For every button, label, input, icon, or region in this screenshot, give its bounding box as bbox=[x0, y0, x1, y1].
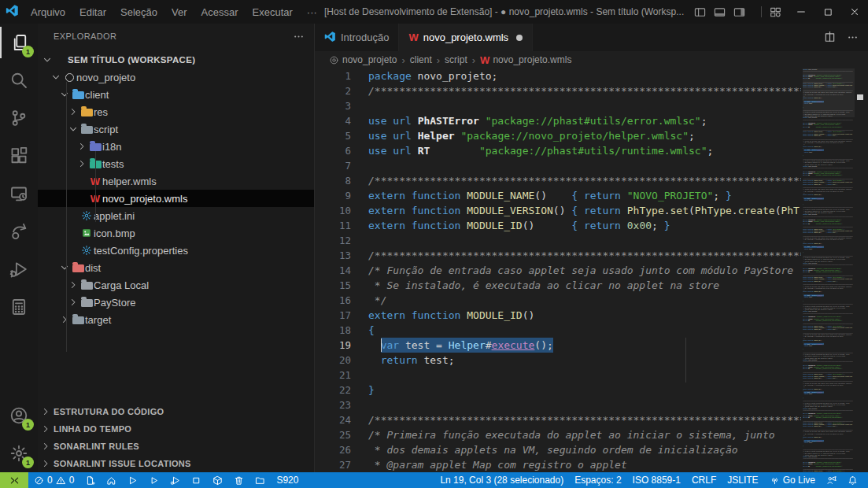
activity-search[interactable] bbox=[0, 61, 38, 99]
status-cursor-position[interactable]: Ln 19, Col 3 (28 selecionado) bbox=[434, 472, 569, 488]
line-number[interactable]: 12 bbox=[315, 233, 351, 248]
breadcrumb-item-client[interactable]: client bbox=[410, 54, 432, 65]
line-number[interactable]: 20 bbox=[315, 353, 351, 368]
line-number[interactable]: 5 bbox=[315, 128, 351, 143]
overview-ruler[interactable] bbox=[855, 68, 868, 472]
tree-item-novo-projeto[interactable]: novo_projeto bbox=[38, 68, 315, 86]
tree-item-dist[interactable]: dist bbox=[38, 259, 315, 276]
dirty-indicator[interactable] bbox=[516, 35, 523, 41]
breadcrumb-item-novo-projeto-wmls[interactable]: Wnovo_projeto.wmls bbox=[480, 54, 571, 66]
code-line[interactable]: 4use url PhASTError "package://phast#uti… bbox=[315, 113, 801, 128]
status-notifications[interactable] bbox=[842, 472, 863, 488]
code-line[interactable]: 8/**************************************… bbox=[315, 173, 801, 188]
line-number[interactable]: 24 bbox=[315, 412, 351, 427]
customize-layout-icon[interactable] bbox=[770, 6, 781, 18]
status-language-mode[interactable]: JSLITE bbox=[722, 472, 763, 488]
line-number[interactable]: 8 bbox=[315, 173, 351, 188]
status-folder[interactable] bbox=[249, 472, 271, 488]
tree-item-helper-wmls[interactable]: W helper.wmls bbox=[38, 172, 315, 190]
code-line[interactable]: 3 bbox=[315, 98, 801, 113]
minimap-slider[interactable] bbox=[803, 68, 855, 117]
section-sonarlint-rules[interactable]: SONARLINT RULES bbox=[38, 438, 315, 455]
explorer-more-actions-icon[interactable] bbox=[293, 31, 305, 43]
toggle-panel-icon[interactable] bbox=[714, 6, 726, 18]
status-feedback[interactable] bbox=[821, 472, 842, 488]
tree-item-carga-local[interactable]: Carga Local bbox=[38, 276, 315, 294]
tree-item-sem-t-tulo-workspace-[interactable]: SEM TÍTULO (WORKSPACE) bbox=[38, 51, 315, 68]
minimize-button[interactable] bbox=[788, 0, 814, 24]
line-number[interactable]: 21 bbox=[315, 368, 351, 383]
code-line[interactable]: 12 bbox=[315, 233, 801, 248]
line-number[interactable]: 23 bbox=[315, 397, 351, 412]
menu-[interactable]: ··· bbox=[300, 0, 324, 24]
tree-item-tests[interactable]: tests bbox=[38, 155, 315, 172]
section-linha-do-tempo[interactable]: LINHA DO TEMPO bbox=[38, 420, 315, 438]
activity-remote-explorer[interactable] bbox=[0, 175, 38, 213]
status-go-live[interactable]: Go Live bbox=[764, 472, 821, 488]
status-remote-indicator[interactable] bbox=[0, 472, 28, 488]
code-line[interactable]: 2/**************************************… bbox=[315, 83, 801, 98]
code-line[interactable]: 16 */ bbox=[315, 293, 801, 308]
tree-item-target[interactable]: target bbox=[38, 311, 315, 328]
line-number[interactable]: 11 bbox=[315, 218, 351, 233]
toggle-sidebar-icon[interactable] bbox=[694, 6, 706, 18]
code-line[interactable]: 13/*************************************… bbox=[315, 248, 801, 263]
line-number[interactable]: 25 bbox=[315, 427, 351, 442]
code-line[interactable]: 10extern function MODULE_VERSION() { ret… bbox=[315, 203, 801, 218]
menu-ver[interactable]: Ver bbox=[164, 0, 194, 24]
line-number[interactable]: 19 bbox=[315, 338, 351, 353]
code-line[interactable]: 24/*************************************… bbox=[315, 412, 801, 427]
code-line[interactable]: 9extern function MODULE_NAME() { return … bbox=[315, 188, 801, 203]
activity-accounts[interactable]: 1 bbox=[0, 397, 38, 434]
status-eol[interactable]: CRLF bbox=[686, 472, 722, 488]
status-play[interactable] bbox=[143, 472, 164, 488]
minimap[interactable]: 1package novo_projeto;2/****************… bbox=[803, 68, 855, 472]
activity-explorer[interactable]: 1 bbox=[0, 24, 38, 61]
activity-settings[interactable]: 1 bbox=[0, 434, 38, 472]
status-home[interactable] bbox=[101, 472, 122, 488]
tree-item-applet-ini[interactable]: applet.ini bbox=[38, 207, 315, 224]
tree-item-paystore[interactable]: PayStore bbox=[38, 294, 315, 311]
tree-item-i18n[interactable]: i18n bbox=[38, 138, 315, 155]
activity-run-debug-tool[interactable] bbox=[0, 250, 38, 288]
code-line[interactable]: 26 * dos demais applets na VM, seguindo … bbox=[315, 442, 801, 457]
code-line[interactable]: 23 bbox=[315, 397, 801, 412]
status-encoding[interactable]: ISO 8859-1 bbox=[627, 472, 686, 488]
menu-editar[interactable]: Editar bbox=[72, 0, 113, 24]
status-run[interactable] bbox=[122, 472, 143, 488]
tab-introdu-o[interactable]: Introdução bbox=[315, 24, 399, 51]
tree-item-testconfig-properties[interactable]: testConfig.properties bbox=[38, 242, 315, 259]
status-package[interactable] bbox=[207, 472, 228, 488]
status-device[interactable]: S920 bbox=[271, 472, 304, 488]
line-number[interactable]: 9 bbox=[315, 188, 351, 203]
breadcrumb-item-novo-projeto[interactable]: novo_projeto bbox=[329, 54, 397, 65]
status-new-file[interactable] bbox=[79, 472, 101, 488]
line-number[interactable]: 1 bbox=[315, 68, 351, 83]
status-debug[interactable] bbox=[164, 472, 186, 488]
code-line[interactable]: 1package novo_projeto; bbox=[315, 68, 801, 83]
line-number[interactable]: 10 bbox=[315, 203, 351, 218]
code-line[interactable]: 20 return test; bbox=[315, 353, 801, 368]
line-number[interactable]: 3 bbox=[315, 98, 351, 113]
code-line[interactable]: 5use url Helper "package://novo_projeto/… bbox=[315, 128, 801, 143]
status-indentation[interactable]: Espaços: 2 bbox=[569, 472, 626, 488]
toggle-secondary-sidebar-icon[interactable] bbox=[733, 6, 745, 18]
tree-item-client[interactable]: client bbox=[38, 86, 315, 103]
line-number[interactable]: 26 bbox=[315, 442, 351, 457]
code-line[interactable]: 18{ bbox=[315, 323, 801, 338]
tree-item-script[interactable]: script bbox=[38, 120, 315, 138]
line-number[interactable]: 22 bbox=[315, 383, 351, 397]
line-number[interactable]: 17 bbox=[315, 308, 351, 323]
activity-source-control[interactable] bbox=[0, 99, 38, 137]
code-line[interactable]: 25/* Primeira função executada do applet… bbox=[315, 427, 801, 442]
tree-item-icon-bmp[interactable]: icon.bmp bbox=[38, 224, 315, 242]
tab-novo-projeto-wmls[interactable]: Wnovo_projeto.wmls bbox=[399, 24, 533, 51]
maximize-button[interactable] bbox=[814, 0, 841, 24]
code-line[interactable]: 21 bbox=[315, 368, 801, 383]
activity-extensions[interactable] bbox=[0, 137, 38, 175]
code-line[interactable]: 15 * Se instalado, é executada ao clicar… bbox=[315, 278, 801, 293]
code-editor[interactable]: 1package novo_projeto;2/****************… bbox=[315, 68, 801, 472]
line-number[interactable]: 7 bbox=[315, 158, 351, 173]
activity-calculator-tool[interactable] bbox=[0, 288, 38, 326]
editor-more-actions-icon[interactable] bbox=[847, 31, 859, 43]
